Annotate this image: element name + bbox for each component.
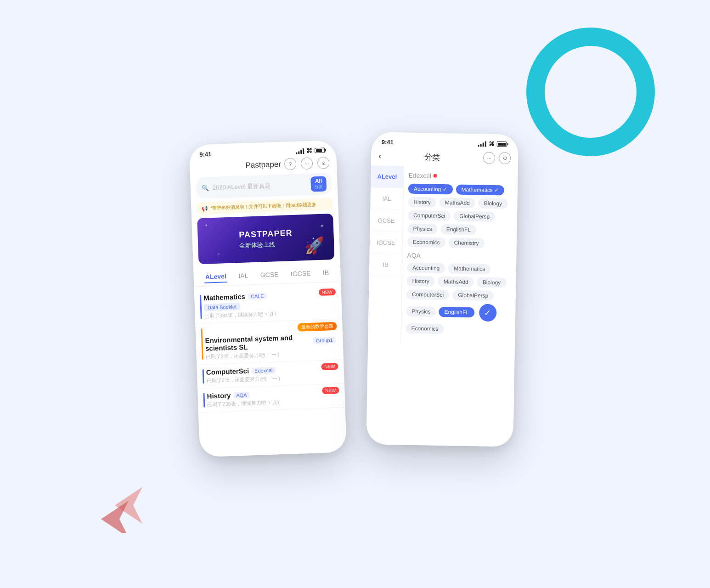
tag-physics-aqa[interactable]: Physics — [406, 306, 436, 317]
new-badge-cs: NEW — [321, 363, 338, 370]
course-badge-math: CALE — [248, 293, 267, 300]
status-icons-left: ⌘ — [296, 147, 326, 154]
new-badge-math: NEW — [318, 288, 336, 296]
rocket-deco: 🚀 — [304, 236, 325, 256]
notice-text: *带带来好消息啦！文件可以下载啦！用pad刷题更多 — [210, 201, 316, 211]
latest-badge-env: 最新的数学套题 — [297, 322, 337, 332]
tag-chemistry-edexcel[interactable]: Chemistry — [448, 237, 484, 248]
sidebar-ib[interactable]: IB — [369, 254, 402, 276]
tab-alevel[interactable]: ALevel — [204, 271, 227, 283]
course-name-history: History — [207, 391, 231, 400]
more-icon-r[interactable]: ··· — [483, 152, 495, 164]
signal-icon-r — [478, 141, 486, 147]
time-right: 9:41 — [382, 139, 394, 146]
course-list: NEW Mathematics CALE Data Booklet 已刷了334… — [194, 282, 345, 416]
page-title-category: 分类 — [424, 152, 440, 163]
svg-marker-1 — [101, 501, 129, 533]
tag-mathsadd-edexcel[interactable]: MathsAdd — [440, 198, 475, 208]
status-icons-right: ⌘ — [478, 140, 508, 147]
header-icons-right: ··· ⊙ — [483, 152, 511, 164]
aqa-tags: Accounting Mathematics History MathsAdd … — [406, 263, 512, 335]
status-bar-right: 9:41 ⌘ — [372, 132, 519, 151]
banner-subtitle: 全新体验上线 — [239, 240, 293, 250]
category-label: 分类 — [315, 184, 323, 191]
confirm-button[interactable]: ✓ — [479, 304, 497, 322]
search-placeholder: 2020 ALevel 最新真题 — [213, 180, 308, 192]
sidebar-alevel[interactable]: ALevel — [371, 165, 404, 188]
right-phone-header: ‹ 分类 ··· ⊙ — [371, 148, 518, 168]
tag-biology-aqa[interactable]: Biology — [477, 277, 507, 288]
course-name-env: Environmental system and scientists SL — [205, 333, 310, 352]
sidebar-igcse[interactable]: IGCSE — [370, 232, 403, 254]
target-icon[interactable]: ⊙ — [317, 157, 330, 169]
aqa-section-title: AQA — [407, 252, 512, 261]
tab-ial[interactable]: IAL — [237, 270, 249, 282]
tab-gcse[interactable]: GCSE — [259, 269, 280, 282]
tab-ib[interactable]: IB — [321, 267, 330, 279]
course-name-math: Mathematics — [203, 293, 245, 302]
tag-computersci-aqa[interactable]: ComputerSci — [406, 289, 450, 300]
battery-icon — [315, 147, 326, 153]
tag-history-aqa[interactable]: History — [406, 276, 435, 287]
tag-physics-edexcel[interactable]: Physics — [407, 224, 438, 234]
target-icon-r[interactable]: ⊙ — [499, 152, 511, 164]
sidebar-ial[interactable]: IAL — [370, 187, 403, 210]
tag-globalpersp-aqa[interactable]: GlobalPersp — [452, 290, 494, 301]
tag-mathematics-aqa[interactable]: Mathematics — [448, 263, 490, 274]
edexcel-dot — [433, 174, 437, 178]
data-booklet-link[interactable]: Data Booklet — [204, 303, 240, 311]
tag-computersci-edexcel[interactable]: ComputerSci — [408, 210, 451, 221]
course-badge-env: Group1 — [313, 337, 336, 344]
tag-englishfl-aqa[interactable]: EnglishFL — [439, 307, 474, 317]
wifi-icon: ⌘ — [306, 147, 313, 154]
right-panel: ALevel IAL GCSE IGCSE IB Edexcel Account… — [368, 165, 518, 345]
tag-biology-edexcel[interactable]: Biology — [479, 198, 508, 209]
sidebar-gcse[interactable]: GCSE — [370, 209, 403, 232]
notice-icon: 📢 — [201, 205, 208, 211]
tag-mathsadd-aqa[interactable]: MathsAdd — [438, 277, 474, 287]
help-icon[interactable]: ? — [284, 158, 297, 170]
course-badge-history: AQA — [233, 391, 250, 398]
star-deco3: ✧ — [217, 252, 220, 257]
tag-economics-aqa[interactable]: Economics — [406, 323, 444, 334]
more-icon[interactable]: ··· — [301, 157, 313, 170]
battery-icon-r — [497, 141, 508, 147]
left-phone: 9:41 ⌘ Pastpaper ? ··· ⊙ 🔍 — [189, 140, 347, 458]
course-item-history[interactable]: NEW History AQA 已刷了235张，继续努力吧ヽ´Д`( — [197, 384, 345, 413]
new-badge-history: NEW — [322, 387, 339, 394]
all-categories-btn[interactable]: All 分类 — [310, 176, 327, 192]
edexcel-section-title: Edexcel — [408, 172, 513, 181]
tab-igcse[interactable]: IGCSE — [289, 268, 311, 281]
bg-circle — [526, 28, 655, 156]
star-deco2: ★ — [320, 223, 324, 228]
right-phone: 9:41 ⌘ ‹ 分类 ··· ⊙ — [366, 132, 518, 447]
tag-economics-edexcel[interactable]: Economics — [407, 237, 445, 248]
tag-accounting-aqa[interactable]: Accounting — [407, 263, 445, 273]
app-title: Pastpaper — [245, 160, 281, 170]
time-left: 9:41 — [199, 151, 212, 158]
search-bar[interactable]: 🔍 2020 ALevel 最新真题 All 分类 — [196, 173, 332, 199]
wifi-icon-r: ⌘ — [489, 141, 495, 147]
search-icon: 🔍 — [202, 184, 209, 192]
content-area: Edexcel Accounting ✓ Mathematics ✓ Histo… — [401, 166, 518, 345]
banner-title: PASTPAPER — [239, 228, 293, 240]
course-item-mathematics[interactable]: NEW Mathematics CALE Data Booklet 已刷了334… — [194, 285, 342, 324]
tag-history-edexcel[interactable]: History — [408, 197, 436, 208]
signal-icon — [296, 148, 304, 154]
course-badge-cs: Edexcel — [252, 367, 276, 374]
header-icons-left: ? ··· ⊙ — [284, 157, 330, 170]
tag-globalpersp-edexcel[interactable]: GlobalPersp — [454, 211, 495, 222]
course-item-env[interactable]: 最新的数学套题 Environmental system and scienti… — [195, 319, 344, 365]
edexcel-tags: Accounting ✓ Mathematics ✓ History Maths… — [407, 184, 513, 249]
tag-accounting-edexcel[interactable]: Accounting ✓ — [408, 184, 453, 195]
phones-container: 9:41 ⌘ Pastpaper ? ··· ⊙ 🔍 — [194, 138, 516, 450]
all-label: All — [315, 178, 322, 185]
back-button[interactable]: ‹ — [378, 151, 381, 161]
notice-banner: 📢 *带带来好消息啦！文件可以下载啦！用pad刷题更多 — [197, 198, 333, 215]
tag-englishfl-edexcel[interactable]: EnglishFL — [441, 224, 477, 235]
tag-mathematics-edexcel[interactable]: Mathematics ✓ — [456, 184, 505, 195]
course-name-cs: ComputerSci — [206, 367, 249, 376]
hero-banner: ✦ ★ ✧ PASTPAPER 全新体验上线 🚀 — [197, 214, 334, 264]
category-sidebar: ALevel IAL GCSE IGCSE IB — [368, 165, 404, 343]
bg-arrow — [101, 478, 156, 533]
